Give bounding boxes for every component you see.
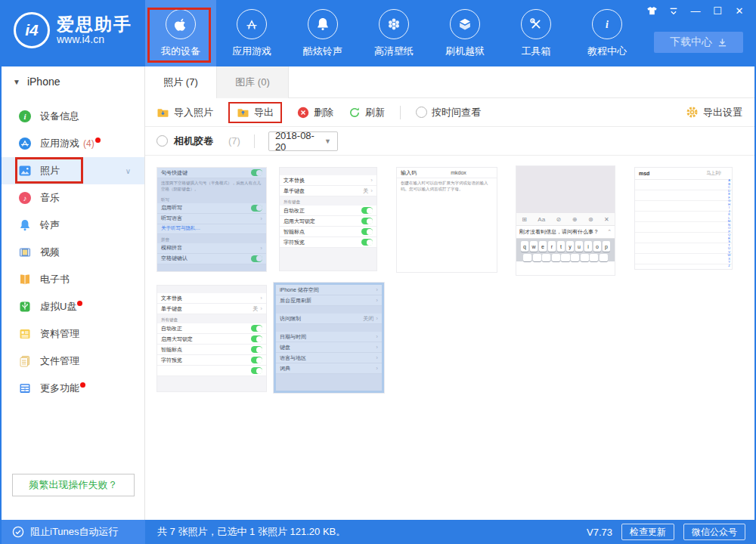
sidebar-item-data-management[interactable]: 资料管理 (2, 320, 144, 348)
keyboard-key (561, 254, 569, 261)
photo-thumbnail[interactable]: 输入码mkdox创建在输入时可以自动扩展为字词或短语的输入码。您可以输入词首或打… (397, 168, 497, 272)
keyboard-tool-icon: ⊕ (572, 216, 578, 223)
delete-x-icon (297, 107, 309, 119)
export-button[interactable]: 导出 (228, 102, 282, 123)
photo-thumbnail[interactable]: ⊞Aa⊘⊕⊛✕刚才没看到信息，请问有什么事？⌃qwertyuiop (516, 166, 615, 275)
menu-expand-icon[interactable] (668, 5, 680, 17)
keyboard-toolbar-icons: ⊞Aa⊘⊕⊛✕ (516, 213, 615, 226)
chevron-right-icon: › (376, 286, 378, 293)
sidebar-item-ebooks[interactable]: 电子书 (2, 266, 144, 293)
date-filter-select[interactable]: 2018-08-20 ▼ (268, 131, 338, 151)
check-update-button[interactable]: 检查更新 (621, 524, 674, 540)
export-settings-button[interactable]: 导出设置 (686, 106, 742, 119)
import-photos-button[interactable]: 导入照片 (156, 106, 213, 119)
delete-button[interactable]: 删除 (297, 106, 333, 119)
skin-shirt-icon[interactable] (646, 5, 658, 17)
index-letter: Z (728, 264, 731, 268)
list-row (635, 233, 732, 243)
collapse-caret-icon: ⌃ (607, 229, 612, 235)
nav-toolbox[interactable]: 工具箱 (500, 0, 572, 66)
list-row (635, 222, 732, 233)
sidebar-item-videos[interactable]: 视频 (2, 239, 144, 266)
nav-tutorials[interactable]: i 教程中心 (572, 0, 643, 66)
photo-thumbnail[interactable]: msd马上到!ABCDEFGHIJKLMNOPQRSTUVWXYZ (635, 168, 732, 269)
photo-thumbnail[interactable]: 文本替换›单手键盘关›所有键盘自动改正启用大写锁定智能标点字符预览 (157, 286, 266, 391)
nav-my-devices[interactable]: 我的设备 (145, 0, 216, 66)
keyboard-key: r (548, 241, 556, 252)
maximize-button[interactable]: ☐ (711, 5, 723, 17)
ios-row: 访问限制关闭› (276, 314, 382, 324)
keyboard-key (581, 254, 589, 261)
refresh-label: 刷新 (365, 106, 385, 119)
sidebar-list: i 设备信息 应用游戏 (4) 照片 ∨ ♪ 音乐 铃声 (2, 103, 144, 402)
ios-gap (276, 306, 382, 314)
toggle-on-icon (251, 205, 262, 212)
list-row (635, 243, 732, 254)
photo-thumbnail[interactable]: iPhone 储存空间›后台应用刷新›访问限制关闭›日期与时间›键盘›语言与地区… (274, 283, 384, 393)
operation-failure-help-button[interactable]: 频繁出现操作失败？ (12, 474, 135, 496)
sidebar-item-file-management[interactable]: 文件管理 (2, 348, 144, 375)
nav-label: 应用游戏 (232, 45, 271, 58)
photo-thumbnail[interactable]: 文本替换›单手键盘关›所有键盘自动改正启用大写锁定智能标点字符预览 (280, 168, 376, 270)
check-circle-icon (12, 526, 24, 538)
sidebar-item-music[interactable]: ♪ 音乐 (2, 184, 144, 212)
chevron-right-icon: › (376, 344, 378, 351)
delete-label: 删除 (314, 106, 333, 119)
sidebar-item-ringtones[interactable]: 铃声 (2, 212, 144, 239)
refresh-icon (349, 107, 361, 119)
refresh-button[interactable]: 刷新 (349, 106, 385, 119)
ios-row-label: 自动改正 (284, 207, 305, 215)
keyboard-key (552, 254, 560, 261)
toggle-on-icon (251, 325, 262, 332)
flower-icon (379, 9, 409, 39)
sidebar-item-virtual-usb[interactable]: 虚拟U盘 (2, 293, 144, 320)
camera-roll-radio[interactable] (156, 135, 168, 147)
bell-blue-icon (18, 218, 32, 232)
ios-row-label: 空格键确认 (161, 255, 187, 262)
sidebar-item-more-functions[interactable]: 更多功能 (2, 375, 144, 402)
filter-divider (254, 134, 255, 148)
download-center-label: 下载中心 (670, 36, 712, 49)
block-itunes-toggle[interactable]: 阻止iTunes自动运行 (2, 520, 145, 544)
download-center-button[interactable]: 下载中心 (654, 32, 743, 53)
tab-photos[interactable]: 照片 (7) (145, 66, 217, 98)
chevron-down-icon: ∨ (125, 167, 131, 175)
ios-row: 键盘› (276, 342, 382, 353)
sidebar-item-app-games[interactable]: 应用游戏 (4) (2, 130, 144, 157)
ios-row: 听写语言› (157, 214, 266, 224)
ios-row-label: 输入码 (401, 169, 417, 177)
tab-strip: 照片 (7) 图库 (0) (145, 66, 756, 98)
photo-thumbnail[interactable]: 句号快捷键连按两下空格键插入句号（半角模式），后面人有点儿空格（阴影键盘）。听写… (157, 168, 266, 271)
list-header: msd马上到! (635, 168, 732, 180)
ios-row: 文本替换› (280, 175, 376, 186)
close-button[interactable]: ✕ (733, 5, 745, 17)
nav-wallpapers[interactable]: 高清壁纸 (358, 0, 429, 66)
sidebar-item-photos[interactable]: 照片 ∨ (2, 157, 144, 184)
chevron-right-icon: › (376, 315, 378, 322)
tab-gallery[interactable]: 图库 (0) (217, 66, 289, 98)
nav-flash-jailbreak[interactable]: 刷机越狱 (429, 0, 500, 66)
toggle-on-icon (251, 169, 262, 176)
minimize-button[interactable]: — (689, 5, 702, 17)
chevron-right-icon: › (260, 245, 262, 252)
nav-app-games[interactable]: 应用游戏 (216, 0, 287, 66)
wechat-account-button[interactable]: 微信公众号 (683, 524, 745, 540)
nav-ringtones[interactable]: 酷炫铃声 (287, 0, 358, 66)
app-window: i4 爱思助手 www.i4.cn 我的设备 应用游戏 (0, 0, 756, 544)
app-title: 爱思助手 (57, 15, 132, 34)
device-group-iphone[interactable]: ▼ iPhone (2, 66, 144, 97)
info-green-icon: i (18, 110, 32, 123)
ios-row-label: 智能标点 (284, 228, 305, 236)
ios-row-value: 关 (363, 187, 368, 195)
window-controls: — ☐ ✕ (646, 5, 745, 17)
view-by-time-radio[interactable] (416, 107, 427, 118)
sidebar-item-device-info[interactable]: i 设备信息 (2, 103, 144, 130)
view-by-time-option[interactable]: 按时间查看 (416, 106, 481, 119)
ios-gap (157, 286, 266, 293)
photo-grid: 句号快捷键连按两下空格键插入句号（半角模式），后面人有点儿空格（阴影键盘）。听写… (145, 156, 756, 520)
ios-row-value: mkdox (451, 170, 466, 175)
sidebar-item-label: 音乐 (40, 191, 60, 205)
block-itunes-label: 阻止iTunes自动运行 (30, 525, 119, 539)
keyboard-key: y (566, 241, 575, 252)
ios-row: 启用大写锁定 (157, 334, 266, 345)
